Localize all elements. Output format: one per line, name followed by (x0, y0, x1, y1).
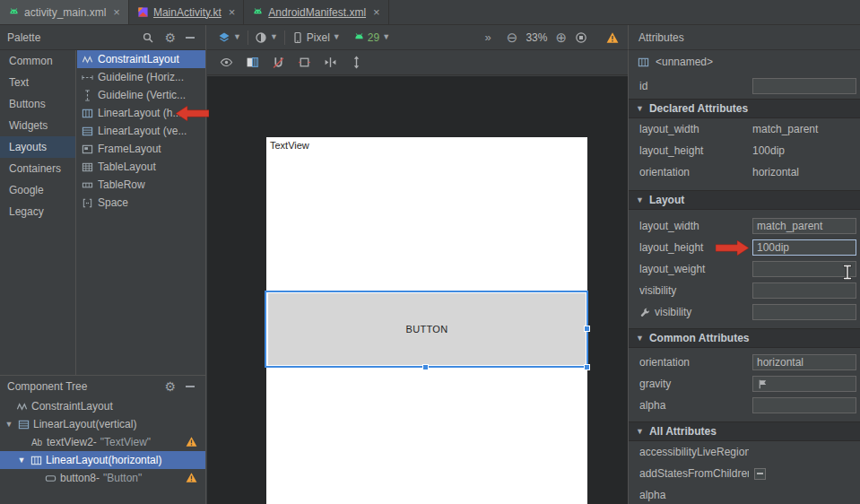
close-icon[interactable]: × (229, 5, 236, 19)
component-framelayout[interactable]: FrameLayout (77, 140, 205, 158)
tree-node-linearlayout-vertical[interactable]: ▼ LinearLayout(vertical) (0, 415, 205, 433)
view-options-eye-icon[interactable] (220, 56, 233, 69)
phone-icon (291, 31, 304, 44)
zoom-to-fit-icon[interactable] (575, 31, 587, 44)
warning-icon[interactable] (186, 436, 197, 448)
expand-caret-icon[interactable]: ▼ (16, 456, 27, 465)
category-text[interactable]: Text (0, 72, 75, 93)
canvas-button[interactable]: BUTTON (268, 293, 586, 365)
category-buttons[interactable]: Buttons (0, 93, 75, 115)
android-file-icon (252, 6, 264, 18)
component-tablerow[interactable]: TableRow (77, 176, 205, 194)
component-tablelayout[interactable]: TableLayout (77, 158, 205, 176)
component-constraintlayout[interactable]: ConstraintLayout (77, 50, 205, 68)
component-guideline-horizontal[interactable]: Guideline (Horiz... (77, 68, 205, 86)
section-common-attributes[interactable]: ▼ Common Attributes (629, 328, 860, 348)
attr-row-layout-width: layout_width match_parent (629, 215, 860, 237)
tools-visibility-input[interactable] (752, 304, 856, 320)
section-all-attributes[interactable]: ▼ All Attributes (629, 421, 860, 441)
toolbar-overflow-chevron[interactable]: » (485, 30, 491, 44)
category-layouts[interactable]: Layouts (0, 136, 75, 158)
resize-handle-bottom-right[interactable] (584, 364, 590, 370)
tree-node-textview2[interactable]: Ab textView2- "TextView" (0, 433, 205, 451)
orientation-dropdown[interactable]: ▼ (255, 31, 278, 44)
attr-value[interactable]: horizontal (752, 166, 799, 178)
gear-icon[interactable]: ⚙ (164, 380, 176, 393)
attr-value[interactable]: 100dip (752, 144, 785, 157)
tab-androidmanifest-xml[interactable]: AndroidManifest.xml × (244, 0, 388, 24)
tree-node-value: "Button" (103, 472, 142, 484)
design-mode-dropdown[interactable]: ▼ (218, 31, 241, 44)
api-level-dropdown[interactable]: 29 ▼ (353, 31, 390, 44)
default-margins-icon[interactable] (298, 56, 311, 69)
gear-icon[interactable]: ⚙ (164, 31, 176, 44)
palette-title: Palette (7, 31, 40, 44)
close-icon[interactable]: × (373, 5, 380, 19)
category-widgets[interactable]: Widgets (0, 115, 75, 136)
pack-align-icon[interactable] (324, 56, 337, 69)
expand-vertical-icon[interactable] (350, 56, 363, 69)
render-warning-icon[interactable] (606, 31, 619, 44)
id-input[interactable] (752, 78, 856, 94)
alpha-input[interactable] (752, 397, 856, 413)
component-guideline-vertical[interactable]: Guideline (Vertic... (77, 86, 205, 104)
attr-label: orientation (639, 166, 749, 178)
component-label: LinearLayout (h... (98, 107, 181, 119)
visibility-input[interactable] (752, 282, 856, 299)
guideline-horizontal-icon (82, 72, 93, 83)
collapse-caret-icon: ▼ (636, 428, 644, 436)
tab-mainactivity-kt[interactable]: MainActivity.kt × (129, 0, 244, 24)
orientation-input[interactable]: horizontal (752, 354, 856, 370)
zoom-in-icon[interactable]: ⊕ (555, 30, 567, 44)
category-google[interactable]: Google (0, 179, 75, 201)
layout-height-input[interactable]: 100dip (752, 239, 856, 256)
component-tree-header: Component Tree ⚙ (0, 376, 205, 397)
close-icon[interactable]: × (113, 5, 120, 19)
hide-panel-icon[interactable] (186, 37, 195, 39)
zoom-level[interactable]: 33% (526, 31, 547, 44)
attr-row-layout-height: layout_height 100dip (629, 140, 860, 161)
category-legacy[interactable]: Legacy (0, 201, 75, 222)
addstatesfromchildren-checkbox[interactable] (754, 468, 766, 480)
component-linearlayout-vertical[interactable]: LinearLayout (ve... (77, 122, 205, 140)
warning-icon[interactable] (186, 472, 197, 483)
linearlayout-vertical-icon (82, 126, 93, 137)
tree-node-constraintlayout[interactable]: ConstraintLayout (0, 397, 205, 415)
section-title: All Attributes (649, 425, 717, 438)
component-label: LinearLayout (ve... (98, 125, 187, 137)
button-icon (45, 473, 56, 484)
device-dropdown[interactable]: Pixel ▼ (291, 31, 341, 44)
section-layout[interactable]: ▼ Layout (629, 190, 860, 210)
expand-caret-icon[interactable]: ▼ (4, 420, 14, 429)
tree-node-button8[interactable]: button8- "Button" (0, 469, 205, 487)
tree-node-linearlayout-horizontal[interactable]: ▼ LinearLayout(horizontal) (0, 451, 205, 469)
tab-activity-main-xml[interactable]: activity_main.xml × (0, 0, 129, 24)
component-space[interactable]: Space (77, 194, 205, 212)
canvas-textview[interactable]: TextView (270, 140, 309, 151)
autoconnect-off-magnet-icon[interactable] (272, 56, 285, 69)
resize-handle-right-middle[interactable] (584, 326, 590, 332)
layout-weight-input[interactable] (752, 261, 856, 277)
device-canvas[interactable]: TextView BUTTON (266, 137, 587, 504)
gravity-input[interactable] (752, 376, 856, 392)
collapse-caret-icon: ▼ (636, 196, 644, 204)
palette-header: Palette ⚙ (0, 25, 206, 50)
attr-value[interactable]: match_parent (752, 123, 818, 135)
separator (284, 30, 285, 45)
constraintlayout-icon (82, 54, 93, 65)
select-design-surface-icon[interactable] (246, 56, 259, 69)
palette-category-list: Common Text Buttons Widgets Layouts Cont… (0, 50, 76, 375)
resize-handle-bottom-center[interactable] (422, 364, 429, 370)
hide-panel-icon[interactable] (186, 386, 195, 387)
tab-label: MainActivity.kt (153, 6, 222, 19)
category-common[interactable]: Common (0, 50, 75, 72)
linearlayout-horizontal-icon (30, 455, 42, 466)
framelayout-icon (82, 143, 93, 155)
section-declared-attributes[interactable]: ▼ Declared Attributes (629, 99, 860, 118)
category-containers[interactable]: Containers (0, 158, 75, 179)
search-icon[interactable] (142, 31, 154, 44)
design-surface[interactable]: TextView BUTTON (207, 76, 628, 504)
zoom-out-icon[interactable]: ⊖ (507, 30, 518, 44)
layout-width-input[interactable]: match_parent (752, 218, 856, 234)
textview-icon: Ab (30, 438, 43, 448)
